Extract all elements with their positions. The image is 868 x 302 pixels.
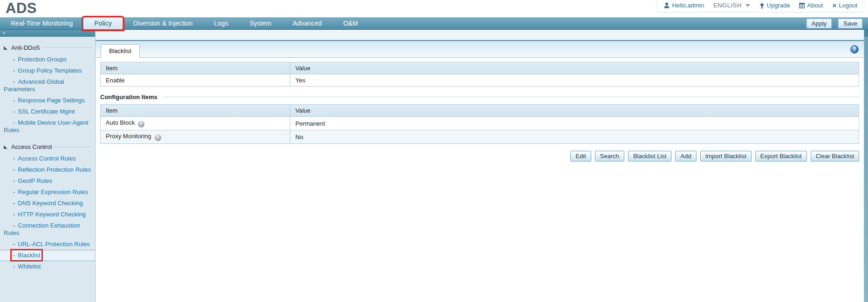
sidebar-item-label: Response Page Settings [18, 97, 84, 104]
sidebar-item-reflection-protection-rules[interactable]: -Reflection Protection Rules [0, 164, 95, 175]
sidebar-item-label: Whitelist [18, 263, 41, 270]
search-button[interactable]: Search [595, 151, 624, 161]
sidebar-item-protection-groups[interactable]: -Protection Groups [0, 54, 95, 65]
sidebar-section-title: Access Control [11, 143, 52, 150]
item-bullet: - [13, 241, 15, 248]
logout-link[interactable]: × Logout [832, 2, 857, 9]
sidebar-item-connection-exhaustion-rules[interactable]: -Connection Exhaustion Rules [0, 220, 95, 239]
sidebar-item-regular-expression-rules[interactable]: -Regular Expression Rules [0, 187, 95, 198]
sidebar-item-http-keyword-checking[interactable]: -HTTP Keyword Checking [0, 209, 95, 220]
section-expand-icon [4, 145, 7, 149]
about-icon [799, 3, 805, 8]
user-greeting-link[interactable]: Hello,admin [664, 2, 704, 9]
content: Blacklist ? Item Value Enable Yes [96, 30, 864, 302]
table-header-row: Item Value [101, 62, 859, 74]
cell-enable-value: Yes [290, 74, 859, 87]
section-title-rule [162, 97, 859, 97]
sidebar-section-access-control[interactable]: Access Control [4, 143, 92, 150]
column-header-item: Item [101, 62, 290, 74]
help-icon[interactable]: ? [850, 45, 859, 54]
sidebar-item-label: SSL Certificate Mgmt [18, 108, 75, 115]
column-header-item: Item [101, 105, 290, 117]
sidebar-item-geoip-rules[interactable]: -GeoIP Rules [0, 175, 95, 187]
upgrade-label: Upgrade [767, 2, 790, 9]
header-user-menu: Hello,admin ENGLISH Upgrade About × Logo… [656, 0, 864, 13]
nav-tab-real-time-monitoring[interactable]: Real-Time Monitoring [0, 18, 83, 29]
config-section-title: Configuration Items [100, 94, 859, 101]
item-bullet: - [13, 67, 15, 74]
section-rule [55, 147, 92, 147]
field-help-icon[interactable]: ? [138, 121, 144, 128]
item-bullet: - [13, 222, 15, 229]
sidebar-item-whitelist[interactable]: -Whitelist [0, 261, 95, 272]
section-expand-icon [4, 46, 7, 50]
nav-actions: Apply Save [806, 18, 868, 29]
logout-label: Logout [839, 2, 857, 9]
field-help-icon[interactable]: ? [155, 134, 161, 141]
column-header-value: Value [290, 62, 859, 74]
app-logo: ADS [0, 0, 37, 16]
sidebar-item-label: Regular Expression Rules [18, 188, 88, 195]
item-bullet: - [13, 188, 15, 195]
upgrade-link[interactable]: Upgrade [759, 2, 790, 9]
edit-button[interactable]: Edit [570, 151, 591, 161]
sidebar-item-advanced-global-parameters[interactable]: -Advanced Global Parameters [0, 76, 95, 95]
about-link[interactable]: About [799, 2, 823, 9]
nav-tab-advanced[interactable]: Advanced [282, 18, 332, 29]
item-bullet: - [13, 108, 15, 115]
content-top-band [96, 30, 864, 40]
sidebar-item-blacklist[interactable]: -Blacklist [0, 250, 95, 261]
sidebar-item-label: Blacklist [18, 252, 40, 259]
right-collapse-strip[interactable] [864, 30, 868, 302]
sidebar-item-label: GeoIP Rules [18, 177, 52, 184]
cell-enable-item: Enable [101, 74, 290, 87]
language-selector[interactable]: ENGLISH [713, 2, 750, 9]
sidebar-item-label: DNS Keyword Checking [18, 200, 82, 207]
nav-tab-policy[interactable]: Policy [83, 18, 122, 29]
sidebar-item-dns-keyword-checking[interactable]: -DNS Keyword Checking [0, 198, 95, 209]
main-nav: Real-Time Monitoring Policy Diversion & … [0, 17, 868, 30]
sidebar-item-label: Reflection Protection Rules [18, 166, 91, 173]
about-label: About [807, 2, 823, 9]
blacklist-list-button[interactable]: Blacklist List [628, 151, 672, 161]
apply-button[interactable]: Apply [806, 19, 832, 28]
action-button-row: Edit Search Blacklist List Add Import Bl… [100, 151, 859, 161]
tab-blacklist[interactable]: Blacklist [101, 44, 140, 58]
export-blacklist-button[interactable]: Export Blacklist [755, 151, 807, 161]
config-section-title-label: Configuration Items [100, 94, 157, 101]
section-rule [42, 47, 92, 48]
save-button[interactable]: Save [838, 19, 862, 28]
item-bullet: - [13, 211, 15, 218]
item-bullet: - [13, 166, 15, 173]
nav-tab-system[interactable]: System [239, 18, 282, 29]
cell-label: Auto Block [106, 119, 135, 126]
import-blacklist-button[interactable]: Import Blacklist [700, 151, 752, 161]
sidebar-item-mobile-device-user-agent-rules[interactable]: -Mobile Device User-Agent Rules [0, 117, 95, 136]
user-greeting: Hello,admin [672, 2, 704, 9]
table-row: Auto Block? Permanent [101, 117, 859, 130]
sidebar-item-response-page-settings[interactable]: -Response Page Settings [0, 95, 95, 106]
sidebar-item-label: URL-ACL Protection Rules [18, 241, 89, 248]
nav-tab-diversion-injection[interactable]: Diversion & Injection [123, 18, 204, 29]
sidebar-item-ssl-certificate-mgmt[interactable]: -SSL Certificate Mgmt [0, 106, 95, 117]
content-body: Item Value Enable Yes Configuration Item… [96, 58, 864, 161]
add-button[interactable]: Add [675, 151, 696, 161]
sidebar-item-group-policy-templates[interactable]: -Group Policy Templates [0, 65, 95, 76]
status-table: Item Value Enable Yes [100, 62, 859, 87]
item-bullet: - [13, 252, 15, 259]
sidebar-section-anti-ddos[interactable]: Anti-DDoS [4, 44, 92, 51]
item-bullet: - [13, 56, 15, 63]
cell-auto-block-item: Auto Block? [101, 117, 290, 130]
sidebar-item-url-acl-protection-rules[interactable]: -URL-ACL Protection Rules [0, 239, 95, 250]
sidebar-item-label: HTTP Keyword Checking [18, 211, 86, 218]
main-layout: « Anti-DDoS -Protection Groups -Group Po… [0, 30, 868, 302]
column-header-value: Value [290, 105, 859, 117]
chevron-down-icon [745, 4, 750, 7]
nav-tab-om[interactable]: O&M [333, 18, 369, 29]
nav-tab-logs[interactable]: Logs [203, 18, 239, 29]
item-bullet: - [13, 155, 15, 162]
app-header: ADS Hello,admin ENGLISH Upgrade About × … [0, 0, 868, 17]
sidebar-collapse-bar[interactable]: « [0, 30, 95, 37]
sidebar-item-access-control-rules[interactable]: -Access Control Rules [0, 153, 95, 164]
clear-blacklist-button[interactable]: Clear Blacklist [811, 151, 859, 161]
